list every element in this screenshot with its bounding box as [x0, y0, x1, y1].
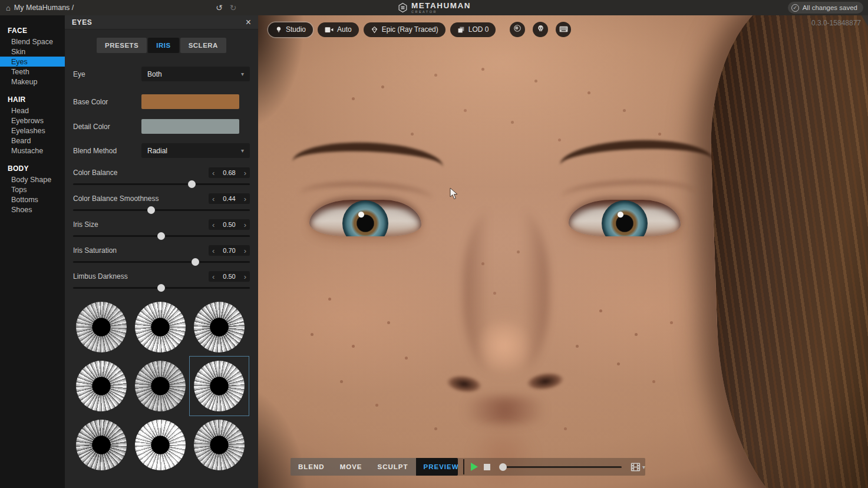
iris-preset-4[interactable]: [72, 357, 131, 416]
iris-preset-1[interactable]: [72, 298, 131, 357]
base-color-row: Base Color: [73, 94, 250, 109]
epic-ray-traced-button[interactable]: Epic (Ray Traced): [364, 22, 445, 37]
iris-preset-thumbnail: [190, 298, 249, 357]
sidebar-item-shoes[interactable]: Shoes: [0, 205, 65, 215]
stepper-increment[interactable]: ›: [244, 169, 246, 177]
save-status-badge: ✓ All changes saved: [788, 2, 863, 14]
slider-handle[interactable]: [157, 232, 165, 240]
sidebar-item-mustache[interactable]: Mustache: [0, 146, 65, 156]
base-color-swatch[interactable]: [141, 94, 239, 109]
iris-preset-7[interactable]: [72, 416, 131, 474]
animation-clip-button[interactable]: ▾: [630, 462, 645, 472]
sidebar-item-body-shape[interactable]: Body Shape: [0, 174, 65, 184]
timeline-slider[interactable]: [500, 463, 622, 471]
eye-select[interactable]: Both ▾: [141, 67, 250, 81]
iris-preset-8[interactable]: [131, 416, 190, 474]
iris-preset-5[interactable]: [131, 357, 190, 416]
blend-method-select[interactable]: Radial ▾: [141, 143, 250, 158]
mode-tab-move[interactable]: MOVE: [332, 458, 370, 476]
iris-preset-2[interactable]: [131, 298, 190, 357]
slider-row-limbus-darkness: Limbus Darkness ‹ 0.50 ›: [73, 271, 250, 292]
color-balance-smoothness-slider[interactable]: [73, 206, 250, 214]
mode-tab-blend[interactable]: BLEND: [291, 458, 332, 476]
slider-label: Iris Saturation: [73, 246, 117, 255]
slider-handle[interactable]: [147, 206, 155, 214]
stepper-value[interactable]: 0.50: [223, 273, 235, 280]
lod-layers-icon: [457, 26, 465, 34]
slider-handle[interactable]: [192, 258, 199, 266]
mode-tabs: BLENDMOVESCULPTPREVIEW: [291, 458, 458, 476]
stepper-value[interactable]: 0.50: [223, 221, 235, 228]
iris-preset-thumbnail: [67, 410, 136, 479]
sidebar-section-hair: HAIRHeadEyebrowsEyelashesBeardMustache: [0, 94, 65, 156]
tab-iris[interactable]: IRIS: [148, 38, 179, 53]
breadcrumb[interactable]: ⌂ My MetaHumans /: [6, 0, 74, 15]
tab-sclera[interactable]: SCLERA: [180, 38, 226, 53]
stepper-increment[interactable]: ›: [244, 273, 246, 281]
iris-preset-thumbnail: [76, 302, 127, 352]
iris-saturation-slider[interactable]: [73, 258, 250, 266]
sidebar-item-teeth[interactable]: Teeth: [0, 67, 65, 77]
stepper-value[interactable]: 0.44: [223, 195, 235, 202]
skull-button[interactable]: [533, 22, 548, 37]
play-button[interactable]: [471, 463, 478, 471]
timeline-handle[interactable]: [499, 463, 507, 471]
stepper-decrement[interactable]: ‹: [212, 273, 214, 281]
sidebar-item-tops[interactable]: Tops: [0, 184, 65, 194]
sidebar-item-eyelashes[interactable]: Eyelashes: [0, 126, 65, 136]
sidebar-item-bottoms[interactable]: Bottoms: [0, 194, 65, 205]
stepper-value[interactable]: 0.70: [223, 247, 235, 254]
pill-label: Epic (Ray Traced): [382, 25, 438, 34]
iris-preset-thumbnail: [128, 354, 193, 418]
sidebar-item-skin[interactable]: Skin: [0, 47, 65, 57]
color-balance-slider[interactable]: [73, 180, 250, 188]
sidebar-item-eyes[interactable]: Eyes: [0, 57, 65, 67]
iris-size-slider[interactable]: [73, 232, 250, 240]
blend-method-row: Blend Method Radial ▾: [73, 143, 250, 158]
close-icon[interactable]: ×: [246, 18, 251, 27]
stop-button[interactable]: [484, 464, 490, 470]
undo-icon[interactable]: ↺: [216, 3, 223, 12]
3d-viewport[interactable]: 0.3.0-15848877 StudioAutoEpic (Ray Trace…: [258, 15, 868, 488]
environment-sphere-button[interactable]: [510, 22, 525, 37]
iris-preset-thumbnail: [67, 351, 136, 420]
sidebar-item-blend-space[interactable]: Blend Space: [0, 37, 65, 47]
check-icon: ✓: [791, 4, 799, 12]
sidebar-item-head[interactable]: Head: [0, 105, 65, 116]
studio-button[interactable]: Studio: [268, 22, 313, 37]
build-version-label: 0.3.0-15848877: [811, 19, 861, 27]
detail-color-swatch[interactable]: [141, 119, 239, 134]
stepper-decrement[interactable]: ‹: [212, 247, 214, 255]
stepper-increment[interactable]: ›: [244, 195, 246, 203]
iris-preset-9[interactable]: [190, 416, 249, 474]
stepper-increment[interactable]: ›: [244, 221, 246, 229]
sidebar-section-title: BODY: [0, 163, 65, 174]
slider-handle[interactable]: [157, 284, 165, 292]
iris-preset-thumbnail: [131, 416, 190, 474]
stepper-increment[interactable]: ›: [244, 247, 246, 255]
redo-icon[interactable]: ↻: [230, 3, 237, 12]
mode-tab-preview[interactable]: PREVIEW: [416, 458, 458, 476]
mode-tab-sculpt[interactable]: SCULPT: [370, 458, 416, 476]
sidebar-item-beard[interactable]: Beard: [0, 136, 65, 146]
keyboard-button[interactable]: [556, 22, 571, 37]
stepper-decrement[interactable]: ‹: [212, 169, 214, 177]
tab-presets[interactable]: PRESETS: [97, 38, 147, 53]
slider-row-iris-saturation: Iris Saturation ‹ 0.70 ›: [73, 245, 250, 266]
lod-0-button[interactable]: LOD 0: [450, 22, 496, 37]
iris-preset-3[interactable]: [190, 298, 249, 357]
stepper-decrement[interactable]: ‹: [212, 195, 214, 203]
stepper-value[interactable]: 0.68: [223, 169, 235, 176]
stepper-decrement[interactable]: ‹: [212, 221, 214, 229]
vignette: [258, 15, 868, 488]
limbus-darkness-slider[interactable]: [73, 284, 250, 292]
auto-button[interactable]: Auto: [318, 22, 359, 37]
sidebar-item-eyebrows[interactable]: Eyebrows: [0, 116, 65, 126]
base-color-label: Base Color: [73, 98, 141, 106]
iris-preset-6-selected[interactable]: [190, 357, 249, 416]
sidebar-item-makeup[interactable]: Makeup: [0, 77, 65, 87]
skull-icon: [537, 24, 544, 35]
iris-preset-thumbnail: [183, 409, 255, 480]
quality-diamond-icon: [371, 26, 378, 34]
slider-handle[interactable]: [188, 180, 196, 188]
